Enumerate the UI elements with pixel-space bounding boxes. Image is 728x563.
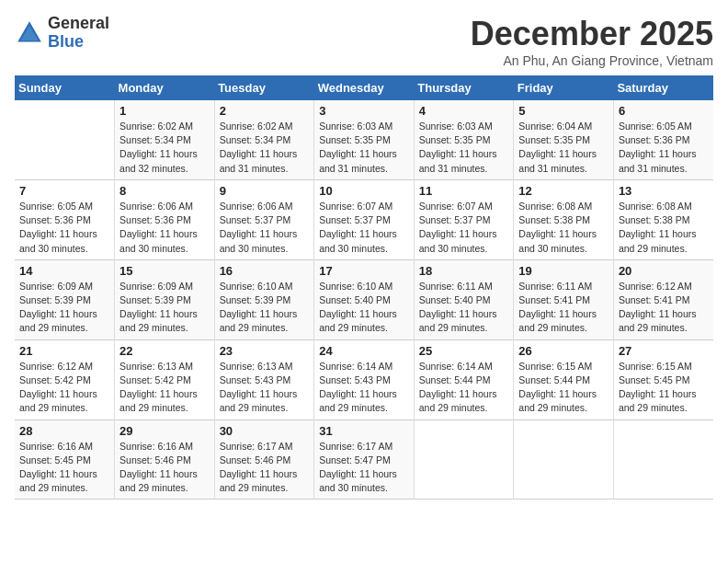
day-detail: Sunrise: 6:02 AM Sunset: 5:34 PM Dayligh… (119, 120, 210, 176)
day-detail: Sunrise: 6:04 AM Sunset: 5:35 PM Dayligh… (518, 120, 609, 176)
calendar-cell: 29Sunrise: 6:16 AM Sunset: 5:46 PM Dayli… (115, 419, 215, 500)
day-detail: Sunrise: 6:06 AM Sunset: 5:36 PM Dayligh… (119, 200, 210, 256)
calendar-cell: 7Sunrise: 6:05 AM Sunset: 5:36 PM Daylig… (15, 179, 115, 259)
calendar-week-row: 28Sunrise: 6:16 AM Sunset: 5:45 PM Dayli… (15, 419, 713, 500)
calendar-cell: 14Sunrise: 6:09 AM Sunset: 5:39 PM Dayli… (15, 259, 115, 339)
calendar-cell: 11Sunrise: 6:07 AM Sunset: 5:37 PM Dayli… (414, 179, 514, 259)
calendar-cell (15, 100, 115, 179)
calendar-cell (613, 419, 713, 500)
calendar-cell: 3Sunrise: 6:03 AM Sunset: 5:35 PM Daylig… (314, 100, 415, 179)
day-detail: Sunrise: 6:03 AM Sunset: 5:35 PM Dayligh… (319, 120, 409, 176)
day-number: 14 (19, 264, 109, 278)
day-number: 5 (518, 104, 609, 118)
calendar-cell: 22Sunrise: 6:13 AM Sunset: 5:42 PM Dayli… (115, 339, 215, 419)
day-number: 2 (220, 104, 310, 118)
day-detail: Sunrise: 6:12 AM Sunset: 5:42 PM Dayligh… (19, 360, 109, 416)
day-detail: Sunrise: 6:05 AM Sunset: 5:36 PM Dayligh… (19, 200, 109, 256)
calendar-cell: 18Sunrise: 6:11 AM Sunset: 5:40 PM Dayli… (414, 259, 514, 339)
logo-icon (15, 18, 44, 48)
calendar-week-row: 7Sunrise: 6:05 AM Sunset: 5:36 PM Daylig… (15, 179, 713, 259)
day-detail: Sunrise: 6:07 AM Sunset: 5:37 PM Dayligh… (319, 200, 409, 256)
day-number: 27 (619, 344, 709, 358)
day-number: 7 (19, 184, 109, 198)
column-header-thursday: Thursday (414, 75, 514, 100)
calendar-cell: 10Sunrise: 6:07 AM Sunset: 5:37 PM Dayli… (314, 179, 415, 259)
logo: General Blue (15, 15, 109, 52)
calendar-week-row: 21Sunrise: 6:12 AM Sunset: 5:42 PM Dayli… (15, 339, 713, 419)
day-detail: Sunrise: 6:11 AM Sunset: 5:41 PM Dayligh… (518, 280, 609, 336)
column-header-monday: Monday (115, 75, 215, 100)
calendar-cell: 15Sunrise: 6:09 AM Sunset: 5:39 PM Dayli… (115, 259, 215, 339)
calendar-week-row: 1Sunrise: 6:02 AM Sunset: 5:34 PM Daylig… (15, 100, 713, 179)
calendar-cell: 17Sunrise: 6:10 AM Sunset: 5:40 PM Dayli… (314, 259, 415, 339)
day-number: 4 (419, 104, 509, 118)
column-header-tuesday: Tuesday (214, 75, 314, 100)
day-detail: Sunrise: 6:02 AM Sunset: 5:34 PM Dayligh… (220, 120, 310, 176)
day-detail: Sunrise: 6:15 AM Sunset: 5:45 PM Dayligh… (619, 360, 709, 416)
column-header-saturday: Saturday (613, 75, 713, 100)
day-detail: Sunrise: 6:16 AM Sunset: 5:45 PM Dayligh… (19, 440, 109, 496)
calendar-cell: 5Sunrise: 6:04 AM Sunset: 5:35 PM Daylig… (514, 100, 614, 179)
day-detail: Sunrise: 6:15 AM Sunset: 5:44 PM Dayligh… (518, 360, 609, 416)
day-detail: Sunrise: 6:12 AM Sunset: 5:41 PM Dayligh… (619, 280, 709, 336)
calendar-cell: 12Sunrise: 6:08 AM Sunset: 5:38 PM Dayli… (514, 179, 614, 259)
day-detail: Sunrise: 6:09 AM Sunset: 5:39 PM Dayligh… (119, 280, 210, 336)
day-number: 31 (319, 424, 409, 438)
calendar-cell: 6Sunrise: 6:05 AM Sunset: 5:36 PM Daylig… (613, 100, 713, 179)
day-number: 10 (319, 184, 409, 198)
day-detail: Sunrise: 6:08 AM Sunset: 5:38 PM Dayligh… (619, 200, 709, 256)
day-number: 21 (19, 344, 109, 358)
day-number: 25 (419, 344, 509, 358)
calendar-cell: 8Sunrise: 6:06 AM Sunset: 5:36 PM Daylig… (115, 179, 215, 259)
day-number: 11 (419, 184, 509, 198)
day-number: 28 (19, 424, 109, 438)
day-detail: Sunrise: 6:14 AM Sunset: 5:44 PM Dayligh… (419, 360, 509, 416)
calendar-cell: 20Sunrise: 6:12 AM Sunset: 5:41 PM Dayli… (613, 259, 713, 339)
day-number: 16 (220, 264, 310, 278)
title-area: December 2025 An Phu, An Giang Province,… (471, 15, 713, 68)
day-number: 13 (619, 184, 709, 198)
calendar-cell: 28Sunrise: 6:16 AM Sunset: 5:45 PM Dayli… (15, 419, 115, 500)
day-number: 15 (119, 264, 210, 278)
day-number: 20 (619, 264, 709, 278)
day-detail: Sunrise: 6:07 AM Sunset: 5:37 PM Dayligh… (419, 200, 509, 256)
calendar-cell: 26Sunrise: 6:15 AM Sunset: 5:44 PM Dayli… (514, 339, 614, 419)
day-number: 8 (119, 184, 210, 198)
day-detail: Sunrise: 6:17 AM Sunset: 5:47 PM Dayligh… (319, 440, 409, 496)
month-title: December 2025 (471, 15, 713, 53)
day-number: 19 (518, 264, 609, 278)
column-header-sunday: Sunday (15, 75, 115, 100)
calendar-header-row: SundayMondayTuesdayWednesdayThursdayFrid… (15, 75, 713, 100)
calendar-week-row: 14Sunrise: 6:09 AM Sunset: 5:39 PM Dayli… (15, 259, 713, 339)
calendar-cell: 9Sunrise: 6:06 AM Sunset: 5:37 PM Daylig… (214, 179, 314, 259)
calendar-cell (514, 419, 614, 500)
calendar-cell: 1Sunrise: 6:02 AM Sunset: 5:34 PM Daylig… (115, 100, 215, 179)
calendar-cell: 23Sunrise: 6:13 AM Sunset: 5:43 PM Dayli… (214, 339, 314, 419)
logo-text: General Blue (48, 15, 109, 52)
day-number: 30 (220, 424, 310, 438)
calendar-cell: 21Sunrise: 6:12 AM Sunset: 5:42 PM Dayli… (15, 339, 115, 419)
day-detail: Sunrise: 6:13 AM Sunset: 5:43 PM Dayligh… (220, 360, 310, 416)
day-number: 29 (119, 424, 210, 438)
day-detail: Sunrise: 6:13 AM Sunset: 5:42 PM Dayligh… (119, 360, 210, 416)
day-detail: Sunrise: 6:14 AM Sunset: 5:43 PM Dayligh… (319, 360, 409, 416)
day-detail: Sunrise: 6:10 AM Sunset: 5:40 PM Dayligh… (319, 280, 409, 336)
calendar-cell: 30Sunrise: 6:17 AM Sunset: 5:46 PM Dayli… (214, 419, 314, 500)
location: An Phu, An Giang Province, Vietnam (471, 53, 713, 68)
day-detail: Sunrise: 6:05 AM Sunset: 5:36 PM Dayligh… (619, 120, 709, 176)
calendar-cell: 4Sunrise: 6:03 AM Sunset: 5:35 PM Daylig… (414, 100, 514, 179)
day-number: 6 (619, 104, 709, 118)
day-number: 3 (319, 104, 409, 118)
day-detail: Sunrise: 6:08 AM Sunset: 5:38 PM Dayligh… (518, 200, 609, 256)
day-detail: Sunrise: 6:09 AM Sunset: 5:39 PM Dayligh… (19, 280, 109, 336)
calendar-cell (414, 419, 514, 500)
page-header: General Blue December 2025 An Phu, An Gi… (15, 15, 713, 68)
calendar-cell: 27Sunrise: 6:15 AM Sunset: 5:45 PM Dayli… (613, 339, 713, 419)
calendar-cell: 2Sunrise: 6:02 AM Sunset: 5:34 PM Daylig… (214, 100, 314, 179)
day-detail: Sunrise: 6:03 AM Sunset: 5:35 PM Dayligh… (419, 120, 509, 176)
day-number: 18 (419, 264, 509, 278)
column-header-wednesday: Wednesday (314, 75, 415, 100)
day-number: 26 (518, 344, 609, 358)
day-detail: Sunrise: 6:10 AM Sunset: 5:39 PM Dayligh… (220, 280, 310, 336)
day-number: 9 (220, 184, 310, 198)
